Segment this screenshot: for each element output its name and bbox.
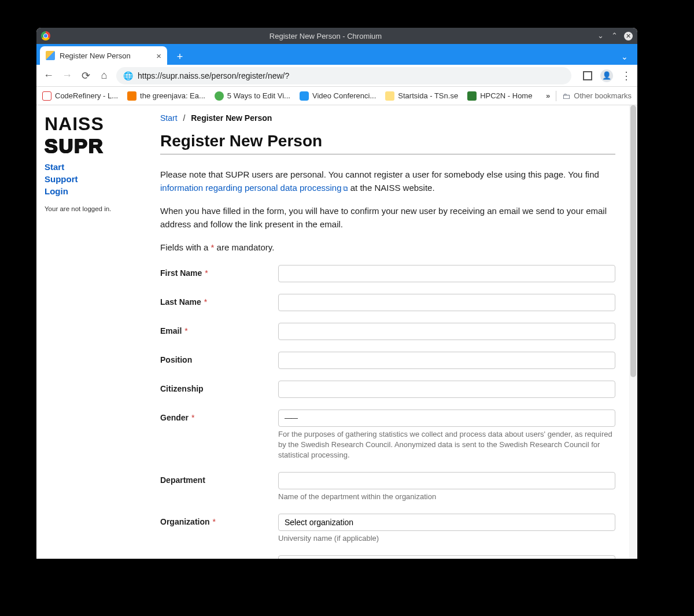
label-gender: Gender * (160, 410, 278, 422)
label-position: Position (160, 352, 278, 364)
main-content: Start / Register New Person Register New… (160, 113, 627, 559)
site-sidebar: NAISS SUPR Start Support Login Your are … (45, 113, 160, 559)
input-position[interactable] (278, 352, 615, 369)
chromium-icon (41, 31, 50, 40)
login-status: Your are not logged in. (45, 205, 160, 212)
textarea-address[interactable] (278, 555, 615, 559)
back-button[interactable]: ← (42, 69, 55, 82)
site-info-icon[interactable]: 🌐 (123, 71, 133, 80)
tabs-overflow-button[interactable]: ⌄ (618, 49, 632, 65)
logo-naiss: NAISS (45, 113, 160, 135)
new-tab-button[interactable]: + (172, 49, 188, 65)
bookmark-label: HPC2N - Home (480, 91, 532, 100)
forward-button[interactable]: → (61, 69, 73, 82)
breadcrumb-separator: / (183, 113, 185, 123)
input-citizenship[interactable] (278, 381, 615, 398)
bookmark-item[interactable]: HPC2N - Home (467, 91, 532, 101)
privacy-link[interactable]: information regarding personal data proc… (160, 183, 348, 193)
mandatory-note: Fields with a * are mandatory. (160, 241, 615, 254)
scrollbar-thumb[interactable] (630, 105, 636, 377)
tab-title: Register New Person (60, 51, 131, 60)
notice-paragraph-2: When you have filled in the form, you wi… (160, 205, 615, 231)
label-last-name: Last Name * (160, 294, 278, 307)
bookmark-favicon (467, 91, 477, 101)
bookmark-label: 5 Ways to Edit Vi... (227, 91, 290, 100)
sidebar-link-start[interactable]: Start (45, 161, 160, 173)
bookmarks-overflow-button[interactable]: » (546, 91, 550, 100)
input-first-name[interactable] (278, 265, 615, 282)
bookmark-favicon (215, 91, 224, 101)
input-email[interactable] (278, 323, 615, 340)
label-citizenship: Citizenship (160, 381, 278, 393)
input-department[interactable] (278, 472, 615, 489)
select-organization[interactable]: Select organization (278, 514, 615, 531)
folder-icon: 🗀 (562, 91, 570, 101)
page-viewport: NAISS SUPR Start Support Login Your are … (36, 105, 637, 559)
bookmark-favicon (42, 91, 51, 101)
breadcrumb-current: Register New Person (191, 113, 272, 123)
external-link-icon: ⧉ (343, 185, 348, 193)
profile-button[interactable]: 👤 (600, 69, 613, 82)
url-input[interactable] (138, 71, 564, 80)
bookmark-label: the greenjava: Ea... (140, 91, 205, 100)
bookmark-label: Startsida - TSn.se (398, 91, 458, 100)
bookmarks-divider (556, 91, 556, 101)
other-bookmarks-folder[interactable]: 🗀 Other bookmarks (562, 91, 632, 101)
other-bookmarks-label: Other bookmarks (574, 91, 632, 100)
registration-form: First Name * Last Name * Email * Positio… (160, 265, 615, 559)
address-bar[interactable]: 🌐 (116, 67, 571, 84)
notice-paragraph-1: Please note that SUPR users are personal… (160, 168, 615, 194)
help-department: Name of the department within the organi… (278, 492, 615, 502)
help-gender: For the purposes of gathering statistics… (278, 429, 615, 461)
label-organization: Organization * (160, 514, 278, 526)
sidebar-link-support[interactable]: Support (45, 173, 160, 185)
window-close-button[interactable]: ✕ (624, 32, 633, 40)
select-gender[interactable]: —— (278, 410, 615, 427)
input-last-name[interactable] (278, 294, 615, 311)
home-button[interactable]: ⌂ (98, 69, 110, 82)
browser-tab[interactable]: Register New Person × (40, 46, 167, 65)
browser-menu-button[interactable]: ⋮ (621, 69, 632, 82)
label-email: Email * (160, 323, 278, 335)
breadcrumb: Start / Register New Person (160, 113, 615, 123)
window-minimize-button[interactable]: ⌄ (596, 32, 604, 40)
title-rule (160, 154, 615, 154)
bookmark-item[interactable]: Startsida - TSn.se (385, 91, 458, 101)
vertical-scrollbar[interactable] (629, 105, 637, 559)
tab-strip: Register New Person × + ⌄ (36, 44, 637, 65)
bookmark-item[interactable]: CodeRefinery - L... (42, 91, 118, 101)
label-address: Address (160, 555, 278, 559)
tab-close-button[interactable]: × (156, 51, 161, 61)
bookmarks-bar: CodeRefinery - L... the greenjava: Ea...… (36, 87, 637, 105)
sidebar-link-login[interactable]: Login (45, 185, 160, 197)
bookmark-favicon (127, 91, 136, 101)
bookmark-item[interactable]: Video Conferenci... (300, 91, 376, 101)
bookmark-label: Video Conferenci... (312, 91, 376, 100)
logo-supr: SUPR (45, 135, 160, 157)
browser-window: Register New Person - Chromium ⌄ ⌃ ✕ Reg… (36, 28, 637, 559)
bookmark-favicon (300, 91, 309, 101)
tab-favicon (46, 51, 55, 60)
browser-toolbar: ← → ⟳ ⌂ 🌐 👤 ⋮ (36, 65, 637, 87)
breadcrumb-start[interactable]: Start (160, 113, 178, 123)
bookmark-label: CodeRefinery - L... (55, 91, 118, 100)
help-organization: University name (if applicable) (278, 533, 615, 544)
label-first-name: First Name * (160, 265, 278, 278)
bookmark-item[interactable]: 5 Ways to Edit Vi... (215, 91, 290, 101)
page-title: Register New Person (160, 132, 615, 150)
sidebar-nav: Start Support Login (45, 161, 160, 197)
bookmark-item[interactable]: the greenjava: Ea... (127, 91, 205, 101)
reload-button[interactable]: ⟳ (79, 69, 92, 82)
window-titlebar: Register New Person - Chromium ⌄ ⌃ ✕ (36, 28, 637, 44)
window-title: Register New Person - Chromium (55, 32, 596, 40)
window-maximize-button[interactable]: ⌃ (610, 32, 618, 40)
label-department: Department (160, 472, 278, 485)
side-panel-button[interactable] (583, 71, 592, 80)
bookmark-favicon (385, 91, 394, 101)
